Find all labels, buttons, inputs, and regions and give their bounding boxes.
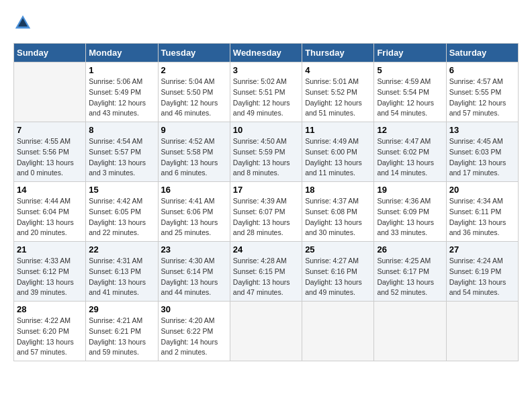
day-number: 29 [89,304,154,314]
calendar-cell: 21Sunrise: 4:33 AMSunset: 6:12 PMDayligh… [14,242,86,302]
calendar-cell: 24Sunrise: 4:28 AMSunset: 6:15 PMDayligh… [230,242,302,302]
day-number: 1 [89,65,154,75]
day-info: Sunrise: 4:28 AMSunset: 6:15 PMDaylight:… [233,256,299,298]
day-number: 7 [17,125,83,135]
day-number: 17 [233,185,299,195]
logo [13,13,35,32]
day-info: Sunrise: 4:44 AMSunset: 6:04 PMDaylight:… [17,196,83,238]
day-number: 9 [161,125,227,135]
day-number: 19 [377,185,443,195]
weekday-header: Monday [86,44,158,62]
day-number: 11 [305,125,371,135]
day-number: 13 [449,125,515,135]
calendar-cell: 17Sunrise: 4:39 AMSunset: 6:07 PMDayligh… [230,182,302,242]
day-info: Sunrise: 4:37 AMSunset: 6:08 PMDaylight:… [305,196,371,238]
day-number: 25 [305,244,371,255]
day-info: Sunrise: 4:31 AMSunset: 6:13 PMDaylight:… [89,256,154,298]
weekday-header: Thursday [302,44,374,62]
weekday-header: Wednesday [230,44,302,62]
day-info: Sunrise: 4:49 AMSunset: 6:00 PMDaylight:… [305,136,371,179]
day-number: 4 [305,65,371,75]
calendar-cell: 25Sunrise: 4:27 AMSunset: 6:16 PMDayligh… [302,242,374,302]
day-info: Sunrise: 5:04 AMSunset: 5:50 PMDaylight:… [161,77,227,119]
day-info: Sunrise: 4:47 AMSunset: 6:02 PMDaylight:… [377,136,443,179]
day-info: Sunrise: 4:50 AMSunset: 5:59 PMDaylight:… [233,136,299,179]
day-info: Sunrise: 4:57 AMSunset: 5:55 PMDaylight:… [449,77,515,119]
calendar-week-row: 28Sunrise: 4:22 AMSunset: 6:20 PMDayligh… [14,302,519,361]
day-info: Sunrise: 4:41 AMSunset: 6:06 PMDaylight:… [161,196,227,238]
day-number: 16 [161,185,227,195]
calendar-cell: 22Sunrise: 4:31 AMSunset: 6:13 PMDayligh… [86,242,158,302]
weekday-header: Friday [374,44,446,62]
day-info: Sunrise: 4:59 AMSunset: 5:54 PMDaylight:… [377,77,443,119]
day-info: Sunrise: 4:33 AMSunset: 6:12 PMDaylight:… [17,256,83,298]
day-number: 12 [377,125,443,135]
calendar-cell: 19Sunrise: 4:36 AMSunset: 6:09 PMDayligh… [374,182,446,242]
calendar-week-row: 7Sunrise: 4:55 AMSunset: 5:56 PMDaylight… [14,122,519,182]
day-number: 24 [233,244,299,255]
logo-icon [13,13,32,32]
calendar-cell: 27Sunrise: 4:24 AMSunset: 6:19 PMDayligh… [446,242,518,302]
day-info: Sunrise: 4:36 AMSunset: 6:09 PMDaylight:… [377,196,443,238]
calendar-cell [302,302,374,361]
day-number: 14 [17,185,83,195]
day-info: Sunrise: 4:21 AMSunset: 6:21 PMDaylight:… [89,316,154,358]
day-number: 18 [305,185,371,195]
day-info: Sunrise: 5:06 AMSunset: 5:49 PMDaylight:… [89,77,154,119]
page-header [13,13,519,32]
calendar-cell [374,302,446,361]
calendar-cell: 12Sunrise: 4:47 AMSunset: 6:02 PMDayligh… [374,122,446,182]
day-info: Sunrise: 4:45 AMSunset: 6:03 PMDaylight:… [449,136,515,179]
calendar-cell: 2Sunrise: 5:04 AMSunset: 5:50 PMDaylight… [158,62,230,122]
day-number: 28 [17,304,83,314]
day-number: 5 [377,65,443,75]
day-info: Sunrise: 4:30 AMSunset: 6:14 PMDaylight:… [161,256,227,298]
day-number: 30 [161,304,227,314]
day-number: 10 [233,125,299,135]
day-number: 8 [89,125,154,135]
calendar-week-row: 21Sunrise: 4:33 AMSunset: 6:12 PMDayligh… [14,242,519,302]
calendar-cell: 1Sunrise: 5:06 AMSunset: 5:49 PMDaylight… [86,62,158,122]
calendar-cell: 4Sunrise: 5:01 AMSunset: 5:52 PMDaylight… [302,62,374,122]
calendar-cell: 3Sunrise: 5:02 AMSunset: 5:51 PMDaylight… [230,62,302,122]
day-info: Sunrise: 5:02 AMSunset: 5:51 PMDaylight:… [233,77,299,119]
calendar-cell: 30Sunrise: 4:20 AMSunset: 6:22 PMDayligh… [158,302,230,361]
day-number: 3 [233,65,299,75]
day-info: Sunrise: 4:55 AMSunset: 5:56 PMDaylight:… [17,136,83,179]
calendar-cell: 9Sunrise: 4:52 AMSunset: 5:58 PMDaylight… [158,122,230,182]
day-info: Sunrise: 4:25 AMSunset: 6:17 PMDaylight:… [377,256,443,298]
calendar-week-row: 1Sunrise: 5:06 AMSunset: 5:49 PMDaylight… [14,62,519,122]
weekday-header: Sunday [14,44,86,62]
day-number: 6 [449,65,515,75]
day-info: Sunrise: 4:54 AMSunset: 5:57 PMDaylight:… [89,136,154,179]
weekday-header: Saturday [446,44,518,62]
day-number: 2 [161,65,227,75]
calendar-cell [230,302,302,361]
day-info: Sunrise: 4:39 AMSunset: 6:07 PMDaylight:… [233,196,299,238]
day-info: Sunrise: 4:52 AMSunset: 5:58 PMDaylight:… [161,136,227,179]
calendar-cell: 8Sunrise: 4:54 AMSunset: 5:57 PMDaylight… [86,122,158,182]
calendar-cell: 6Sunrise: 4:57 AMSunset: 5:55 PMDaylight… [446,62,518,122]
calendar-cell: 11Sunrise: 4:49 AMSunset: 6:00 PMDayligh… [302,122,374,182]
day-number: 21 [17,244,83,255]
calendar-cell: 7Sunrise: 4:55 AMSunset: 5:56 PMDaylight… [14,122,86,182]
day-number: 27 [449,244,515,255]
calendar-cell: 16Sunrise: 4:41 AMSunset: 6:06 PMDayligh… [158,182,230,242]
calendar-cell: 14Sunrise: 4:44 AMSunset: 6:04 PMDayligh… [14,182,86,242]
calendar-cell: 23Sunrise: 4:30 AMSunset: 6:14 PMDayligh… [158,242,230,302]
weekday-header-row: SundayMondayTuesdayWednesdayThursdayFrid… [14,44,519,62]
day-info: Sunrise: 4:22 AMSunset: 6:20 PMDaylight:… [17,316,83,358]
calendar-cell: 29Sunrise: 4:21 AMSunset: 6:21 PMDayligh… [86,302,158,361]
day-info: Sunrise: 4:34 AMSunset: 6:11 PMDaylight:… [449,196,515,238]
calendar-cell: 10Sunrise: 4:50 AMSunset: 5:59 PMDayligh… [230,122,302,182]
calendar-cell: 5Sunrise: 4:59 AMSunset: 5:54 PMDaylight… [374,62,446,122]
calendar-table: SundayMondayTuesdayWednesdayThursdayFrid… [13,43,519,361]
calendar-cell: 13Sunrise: 4:45 AMSunset: 6:03 PMDayligh… [446,122,518,182]
day-info: Sunrise: 4:27 AMSunset: 6:16 PMDaylight:… [305,256,371,298]
day-info: Sunrise: 4:24 AMSunset: 6:19 PMDaylight:… [449,256,515,298]
calendar-cell: 28Sunrise: 4:22 AMSunset: 6:20 PMDayligh… [14,302,86,361]
day-number: 22 [89,244,154,255]
calendar-cell [14,62,86,122]
weekday-header: Tuesday [158,44,230,62]
day-info: Sunrise: 4:42 AMSunset: 6:05 PMDaylight:… [89,196,154,238]
